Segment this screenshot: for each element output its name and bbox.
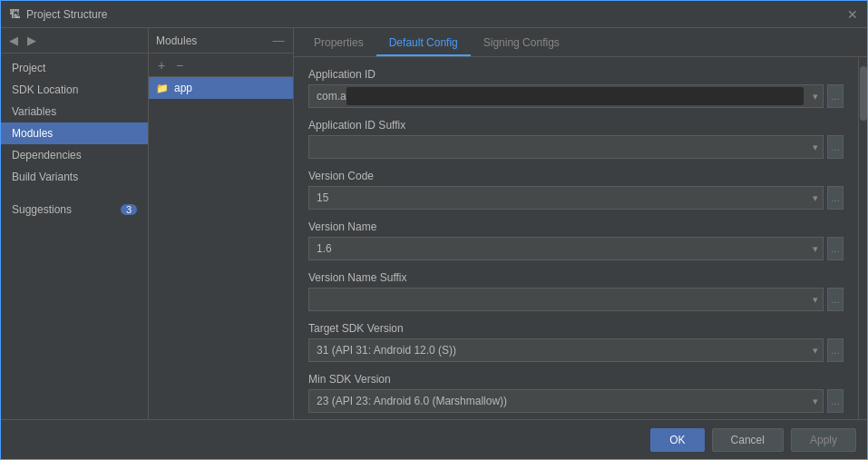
app-id-suffix-var-button[interactable]: …: [827, 135, 844, 159]
target-sdk-select[interactable]: 31 (API 31: Android 12.0 (S)): [308, 338, 824, 362]
min-sdk-wrapper: 23 (API 23: Android 6.0 (Marshmallow)): [308, 389, 824, 413]
app-id-suffix-label: Application ID Suffix: [308, 119, 844, 132]
sidebar-item-build-variants[interactable]: Build Variants: [1, 166, 148, 188]
version-code-select[interactable]: 15: [308, 186, 824, 210]
scrollbar-track[interactable]: [858, 57, 867, 419]
version-code-wrapper: 15: [308, 186, 824, 210]
app-id-label: Application ID: [308, 68, 844, 81]
modules-panel: Modules — + − 📁 app: [149, 28, 294, 419]
close-button[interactable]: ✕: [845, 7, 860, 22]
form-group-target-sdk: Target SDK Version 31 (API 31: Android 1…: [308, 322, 844, 362]
ok-button[interactable]: OK: [650, 428, 704, 452]
min-sdk-label: Min SDK Version: [308, 373, 844, 386]
module-icon: 📁: [156, 83, 169, 94]
dialog-body: ◀ ▶ Project SDK Location Variables Modul…: [1, 28, 867, 419]
modules-title: Modules: [156, 34, 197, 47]
tab-signing-configs[interactable]: Signing Configs: [471, 31, 572, 56]
modules-minimize-button[interactable]: —: [271, 34, 286, 48]
version-name-suffix-select[interactable]: [308, 288, 824, 311]
module-list: 📁 app: [149, 77, 293, 419]
module-item-app[interactable]: 📁 app: [149, 77, 293, 99]
app-id-suffix-wrapper: [308, 135, 824, 159]
app-id-var-button[interactable]: …: [827, 84, 844, 108]
nav-forward-button[interactable]: ▶: [24, 34, 39, 48]
sidebar-item-modules[interactable]: Modules: [1, 122, 148, 144]
version-name-label: Version Name: [308, 220, 844, 233]
version-name-suffix-row: …: [308, 288, 844, 311]
dialog-title: Project Structure: [26, 8, 845, 21]
version-code-var-button[interactable]: …: [827, 186, 844, 210]
target-sdk-row: 31 (API 31: Android 12.0 (S)) …: [308, 338, 844, 362]
version-name-row: 1.6 …: [308, 237, 844, 260]
content-scroll: Application ID com.a............... …: [294, 57, 858, 419]
min-sdk-var-button[interactable]: …: [827, 389, 844, 413]
version-name-select[interactable]: 1.6: [308, 237, 824, 260]
form-group-app-id-suffix: Application ID Suffix …: [308, 119, 844, 159]
add-module-button[interactable]: +: [154, 58, 169, 73]
apply-button[interactable]: Apply: [791, 428, 856, 452]
version-name-suffix-var-button[interactable]: …: [827, 288, 844, 311]
tab-properties[interactable]: Properties: [301, 31, 376, 56]
modules-toolbar: + −: [149, 54, 293, 77]
target-sdk-label: Target SDK Version: [308, 322, 844, 335]
project-structure-dialog: 🏗 Project Structure ✕ ◀ ▶ Project SDK Lo…: [0, 0, 868, 460]
form-group-version-name: Version Name 1.6 …: [308, 220, 844, 260]
app-id-row: com.a............... …: [308, 84, 844, 108]
app-id-select[interactable]: com.a...............: [308, 84, 824, 108]
sidebar-item-sdk-location[interactable]: SDK Location: [1, 79, 148, 101]
title-bar: 🏗 Project Structure ✕: [1, 1, 867, 28]
form-group-min-sdk: Min SDK Version 23 (API 23: Android 6.0 …: [308, 373, 844, 413]
version-name-wrapper: 1.6: [308, 237, 824, 260]
sidebar-nav-bar: ◀ ▶: [1, 28, 148, 54]
sidebar: ◀ ▶ Project SDK Location Variables Modul…: [1, 28, 149, 419]
tabs-bar: Properties Default Config Signing Config…: [294, 28, 867, 57]
version-name-var-button[interactable]: …: [827, 237, 844, 260]
version-name-suffix-label: Version Name Suffix: [308, 271, 844, 284]
nav-back-button[interactable]: ◀: [6, 34, 21, 48]
dialog-icon: 🏗: [8, 8, 21, 21]
remove-module-button[interactable]: −: [172, 58, 187, 73]
form-group-app-id: Application ID com.a............... …: [308, 68, 844, 108]
target-sdk-wrapper: 31 (API 31: Android 12.0 (S)): [308, 338, 824, 362]
suggestions-section: Suggestions 3: [1, 199, 148, 220]
min-sdk-select[interactable]: 23 (API 23: Android 6.0 (Marshmallow)): [308, 389, 824, 413]
app-id-suffix-select[interactable]: [308, 135, 824, 159]
form-group-version-code: Version Code 15 …: [308, 170, 844, 210]
sidebar-items: Project SDK Location Variables Modules D…: [1, 54, 148, 191]
content-area: Properties Default Config Signing Config…: [294, 28, 867, 419]
form-group-version-name-suffix: Version Name Suffix …: [308, 271, 844, 311]
modules-header: Modules —: [149, 28, 293, 54]
scrollbar-thumb[interactable]: [860, 66, 867, 121]
min-sdk-row: 23 (API 23: Android 6.0 (Marshmallow)) …: [308, 389, 844, 413]
sidebar-item-project[interactable]: Project: [1, 57, 148, 79]
tab-default-config[interactable]: Default Config: [376, 31, 471, 56]
version-code-label: Version Code: [308, 170, 844, 182]
app-id-suffix-row: …: [308, 135, 844, 159]
cancel-button[interactable]: Cancel: [712, 428, 784, 452]
dialog-content: Modules — + − 📁 app Properti: [149, 28, 867, 419]
target-sdk-var-button[interactable]: …: [827, 338, 844, 362]
sidebar-item-variables[interactable]: Variables: [1, 101, 148, 122]
version-name-suffix-wrapper: [308, 288, 824, 311]
sidebar-item-dependencies[interactable]: Dependencies: [1, 144, 148, 166]
bottom-bar: OK Cancel Apply: [1, 419, 867, 459]
app-id-select-wrapper: com.a...............: [308, 84, 824, 108]
suggestions-badge: 3: [121, 204, 137, 215]
suggestions-label: Suggestions: [12, 203, 72, 216]
version-code-row: 15 …: [308, 186, 844, 210]
module-item-label: app: [174, 82, 192, 94]
